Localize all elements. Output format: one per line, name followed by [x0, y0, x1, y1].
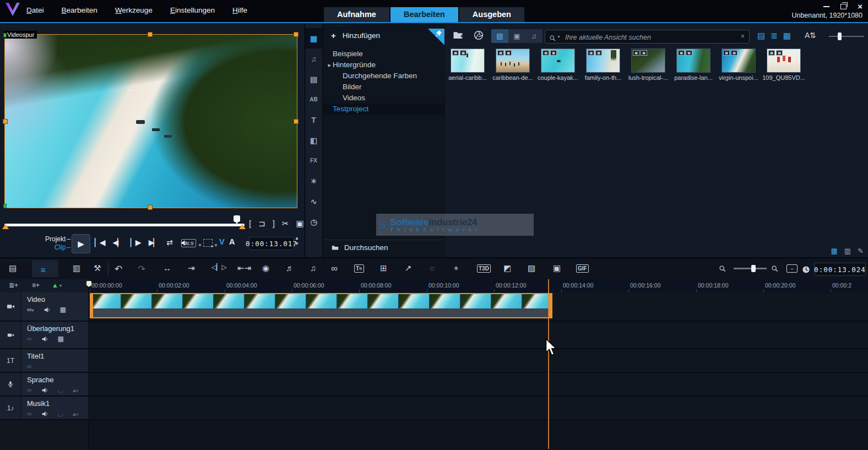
thumbnail-image[interactable]: ▦▦ [496, 48, 530, 73]
tree-item-bilder[interactable]: Bilder [323, 82, 444, 93]
sound-mixer-button[interactable]: ♫ [310, 263, 316, 273]
add-folder-button[interactable]: + Hinzufügen [331, 31, 380, 40]
selection-handle[interactable] [148, 205, 153, 210]
storyboard-view-button[interactable]: ▤ [9, 263, 17, 273]
spin-down-icon[interactable]: ▼ [295, 242, 299, 246]
zoom-out-icon[interactable] [719, 263, 726, 273]
search-caret-icon[interactable]: ▼ [557, 35, 561, 39]
extend-button[interactable]: ⇥ [188, 263, 195, 273]
tree-item-testproject[interactable]: Testproject [323, 104, 444, 115]
fit-timeline-button[interactable]: ↔ [786, 264, 798, 273]
tree-item-beispiele[interactable]: Beispiele [323, 48, 444, 59]
mute-toggle-icon[interactable] [41, 410, 48, 418]
search-clear-icon[interactable]: × [741, 32, 745, 40]
fit-project-button[interactable]: ↔ [163, 263, 171, 273]
grab-frame-button[interactable]: ▣ [296, 219, 304, 229]
preview-timecode[interactable]: 0:00:13.017 [249, 237, 294, 250]
thumbnail-image[interactable]: ▦▦ [541, 48, 575, 73]
grid-button[interactable]: ⊞ [380, 263, 387, 273]
sort-button[interactable]: A⇅ [805, 31, 816, 40]
media-item[interactable]: ▦▦ family-on-th... [586, 48, 620, 81]
aspect-ratio-button[interactable]: 16:9 [181, 239, 196, 247]
prev-frame-button[interactable]: ◀▏ [113, 238, 123, 247]
thumbnail-image[interactable]: ▦▦ ✓ [721, 48, 756, 73]
ripple-toggle-button[interactable]: ▲ [52, 281, 58, 289]
strip-audio-icon[interactable]: ♫ [305, 48, 322, 69]
title-3d-button[interactable]: T3D [477, 264, 491, 273]
trim-button[interactable]: ⊐ [258, 219, 265, 229]
face-indexing-button[interactable]: ⌖ [454, 263, 458, 273]
mosaic-toggle-icon[interactable]: ▦ [60, 306, 66, 313]
strip-speed-icon[interactable]: ◷ [305, 212, 322, 232]
tab-aufnahme[interactable]: Aufnahme [324, 7, 389, 22]
tab-bearbeiten[interactable]: Bearbeiten [390, 7, 458, 22]
track-voice-header[interactable]: Sprache ∞ ◡ ▴▾ [0, 373, 88, 395]
mode-clip-label[interactable]: Clip [39, 243, 70, 252]
browse-button[interactable]: Durchsuchen [323, 240, 444, 255]
volume-level-icon[interactable]: ▴▾ [73, 386, 78, 394]
mute-toggle-icon[interactable] [44, 306, 51, 313]
media-item[interactable]: ▦▦ paradise-lan... [676, 48, 710, 81]
mute-toggle-icon[interactable] [41, 386, 48, 394]
tree-item-videos[interactable]: Videos [323, 93, 444, 104]
play-button[interactable]: ▶ [72, 234, 90, 253]
strip-instant-project-icon[interactable]: ▤ [305, 69, 322, 89]
link-toggle-icon[interactable]: ∞ [27, 386, 32, 394]
next-frame-button[interactable]: ▏▶ [131, 238, 140, 247]
strip-motion-path-icon[interactable]: ∿ [305, 191, 322, 212]
clock-icon[interactable] [802, 264, 810, 274]
blend-button[interactable]: ∞ [331, 263, 338, 274]
go-start-button[interactable]: ▏◀ [95, 238, 105, 247]
selection-handle[interactable] [3, 33, 7, 37]
playhead-pin[interactable] [234, 215, 240, 222]
track-overlay-content[interactable] [89, 322, 868, 348]
strip-title-icon[interactable]: T [305, 110, 322, 130]
fade-icon[interactable]: ◡ [58, 410, 63, 418]
thumbnail-image[interactable]: ▦▦ [631, 48, 665, 73]
link-toggle-icon[interactable]: ∞ [27, 362, 32, 370]
ripple-edit-button[interactable]: ◉ [262, 263, 269, 273]
track-voice-content[interactable] [89, 373, 868, 395]
storyboard-panel-button[interactable]: ▥ [844, 247, 851, 255]
mark-in-button[interactable]: [ [249, 219, 251, 229]
thumbnail-image[interactable]: ▦▦ [586, 48, 620, 73]
mask-creator-button[interactable]: ◌ [430, 263, 435, 273]
copy-button[interactable]: ▥ [73, 263, 80, 273]
track-video-content[interactable] [89, 292, 868, 321]
trim-end-handle[interactable] [239, 224, 246, 229]
video-clip[interactable] [90, 293, 552, 318]
zoom-slider-knob[interactable] [751, 265, 756, 272]
preview-scrubber[interactable] [4, 224, 245, 226]
selection-handle[interactable] [294, 32, 299, 37]
thumbnail-view-button[interactable]: ▦ [783, 31, 791, 41]
aspect-caret-icon[interactable]: ▼ [198, 243, 202, 248]
filter-audio-button[interactable]: ♫ [525, 29, 542, 43]
filter-photo-button[interactable]: ▣ [508, 29, 525, 43]
link-toggle-icon[interactable]: ∞ [27, 410, 32, 418]
menu-einstellungen[interactable]: Einstellungen [170, 0, 215, 21]
list-view-button[interactable]: ≣ [771, 31, 778, 41]
link-toggle-icon[interactable]: ∞▾ [27, 306, 34, 313]
panel-drag-handle[interactable]: ········ [2, 24, 27, 29]
selection-handle[interactable] [294, 119, 299, 124]
spin-up-icon[interactable]: ▲ [295, 236, 299, 241]
track-overlay-header[interactable]: Überlagerung1 ∞ ▦ [0, 322, 88, 348]
media-item[interactable]: ▦▦ couple-kayak... [541, 48, 575, 81]
mute-toggle-icon[interactable] [41, 335, 48, 343]
close-button[interactable]: × [858, 4, 862, 9]
tree-item-durchgehende-farben[interactable]: Durchgehende Farben [323, 71, 444, 82]
pin-panel-button[interactable] [428, 29, 444, 45]
split-button[interactable]: ◁▏▷ [211, 263, 227, 271]
mode-project-label[interactable]: Projekt [39, 235, 70, 243]
timeline-playhead[interactable] [548, 279, 549, 449]
selection-tool-button[interactable] [203, 239, 213, 247]
mark-out-button[interactable]: ] [273, 219, 275, 229]
track-manager-button[interactable]: ≣+ [9, 281, 18, 289]
gif-creator-button[interactable]: GIF [576, 264, 589, 273]
mosaic-toggle-icon[interactable]: ▦ [58, 335, 64, 343]
track-video-header[interactable]: Video ∞▾ ▦ [0, 292, 88, 321]
timecode-spinner[interactable]: ▲ ▼ [295, 236, 299, 246]
split-clip-button[interactable]: ✂ [282, 219, 289, 229]
link-toggle-icon[interactable]: ∞ [27, 335, 32, 343]
timeline-empty-area[interactable] [0, 420, 868, 450]
